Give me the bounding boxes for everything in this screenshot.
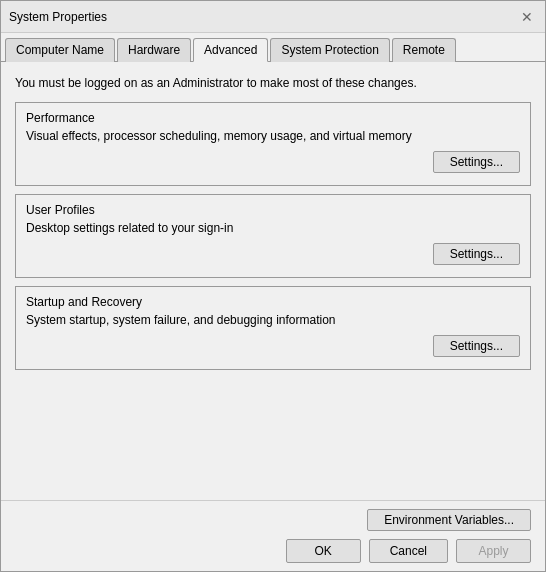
user-profiles-settings-button[interactable]: Settings... — [433, 243, 520, 265]
bottom-area: Environment Variables... OK Cancel Apply — [1, 500, 545, 571]
startup-recovery-settings-button[interactable]: Settings... — [433, 335, 520, 357]
performance-title: Performance — [26, 111, 520, 125]
tab-hardware[interactable]: Hardware — [117, 38, 191, 62]
close-button[interactable]: ✕ — [517, 7, 537, 27]
cancel-button[interactable]: Cancel — [369, 539, 448, 563]
env-vars-row: Environment Variables... — [15, 509, 531, 531]
tab-computer-name[interactable]: Computer Name — [5, 38, 115, 62]
user-profiles-description: Desktop settings related to your sign-in — [26, 221, 520, 235]
tab-system-protection[interactable]: System Protection — [270, 38, 389, 62]
user-profiles-title: User Profiles — [26, 203, 520, 217]
startup-recovery-title: Startup and Recovery — [26, 295, 520, 309]
admin-info-text: You must be logged on as an Administrato… — [15, 72, 531, 94]
performance-settings-button[interactable]: Settings... — [433, 151, 520, 173]
performance-description: Visual effects, processor scheduling, me… — [26, 129, 520, 143]
user-profiles-settings-row: Settings... — [26, 243, 520, 265]
tab-advanced[interactable]: Advanced — [193, 38, 268, 62]
performance-settings-row: Settings... — [26, 151, 520, 173]
main-content: You must be logged on as an Administrato… — [1, 62, 545, 500]
title-bar: System Properties ✕ — [1, 1, 545, 33]
environment-variables-button[interactable]: Environment Variables... — [367, 509, 531, 531]
tab-bar: Computer Name Hardware Advanced System P… — [1, 33, 545, 62]
performance-section: Performance Visual effects, processor sc… — [15, 102, 531, 186]
ok-button[interactable]: OK — [286, 539, 361, 563]
startup-recovery-settings-row: Settings... — [26, 335, 520, 357]
user-profiles-section: User Profiles Desktop settings related t… — [15, 194, 531, 278]
startup-recovery-description: System startup, system failure, and debu… — [26, 313, 520, 327]
apply-button[interactable]: Apply — [456, 539, 531, 563]
system-properties-window: System Properties ✕ Computer Name Hardwa… — [0, 0, 546, 572]
startup-recovery-section: Startup and Recovery System startup, sys… — [15, 286, 531, 370]
tab-remote[interactable]: Remote — [392, 38, 456, 62]
dialog-buttons: OK Cancel Apply — [15, 539, 531, 563]
window-title: System Properties — [9, 10, 107, 24]
